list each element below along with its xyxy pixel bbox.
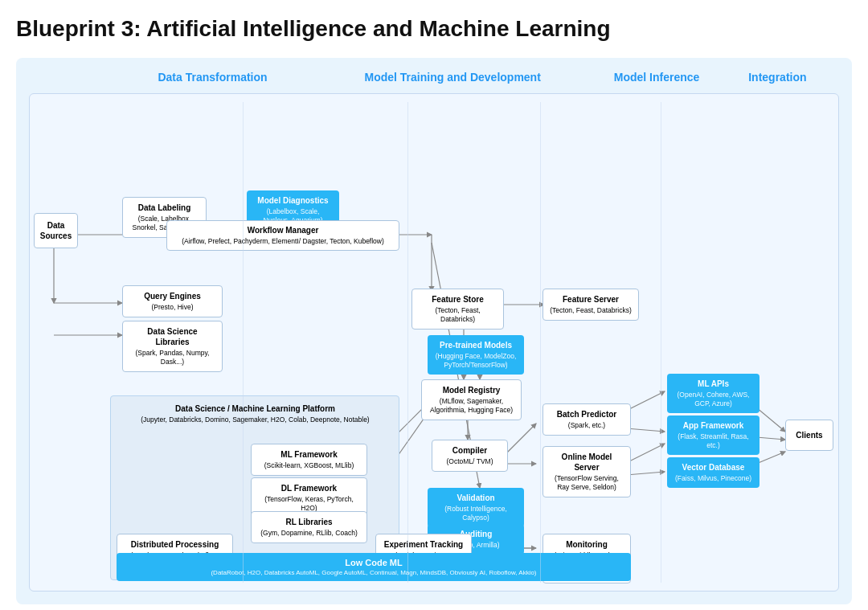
col-header-integration: Integration [748,71,806,84]
node-online-model-server: Online Model Server (TensorFlow Serving,… [542,446,631,497]
node-data-sources: Data Sources [34,213,78,248]
node-clients: Clients [785,420,833,451]
node-query-engines: Query Engines (Presto, Hive) [122,285,223,317]
node-ml-apis: ML APIs (OpenAI, Cohere, AWS, GCP, Azure… [667,374,760,413]
column-headers: Data Transformation Model Training and D… [29,71,839,84]
node-validation: Validation (Robust Intelligence, Calypso… [428,488,524,527]
svg-line-10 [504,424,536,456]
node-pretrained-models: Pre-trained Models (Hugging Face, ModelZ… [428,335,524,375]
node-batch-predictor: Batch Predictor (Spark, etc.) [542,403,631,436]
col-header-data-transformation: Data Transformation [158,71,267,84]
col-header-model-inference: Model Inference [614,71,700,84]
page-title: Blueprint 3: Artificial Intelligence and… [16,16,852,42]
node-model-registry: Model Registry (MLflow, Sagemaker, Algor… [421,379,522,420]
node-workflow-manager: Workflow Manager (Airflow, Prefect, Pach… [166,220,399,251]
node-ds-libraries: Data Science Libraries (Spark, Pandas, N… [122,321,223,372]
node-feature-store: Feature Store (Tecton, Feast, Databricks… [411,289,504,330]
node-rl-libraries: RL Libraries (Gym, Dopamine, RLlib, Coac… [251,511,367,543]
node-vector-database: Vector Database (Faiss, Milvus, Pinecone… [667,457,760,488]
diagram-container: Data Transformation Model Training and D… [16,58,852,604]
node-low-code-ml: Low Code ML (DataRobot, H2O, Databricks … [117,553,631,581]
node-app-framework: App Framework (Flask, Streamlit, Rasa, e… [667,416,760,455]
main-diagram-area: Data Sources Data Labeling (Scale, Label… [29,93,839,592]
node-feature-server: Feature Server (Tecton, Feast, Databrick… [542,289,639,321]
node-ds-ml-platform: Data Science / Machine Learning Platform… [117,399,394,428]
node-compiler: Compiler (OctoML/ TVM) [432,440,508,472]
node-ml-framework: ML Framework (Scikit-learn, XGBoost, MLl… [251,444,367,476]
col-header-model-training: Model Training and Development [364,71,540,84]
